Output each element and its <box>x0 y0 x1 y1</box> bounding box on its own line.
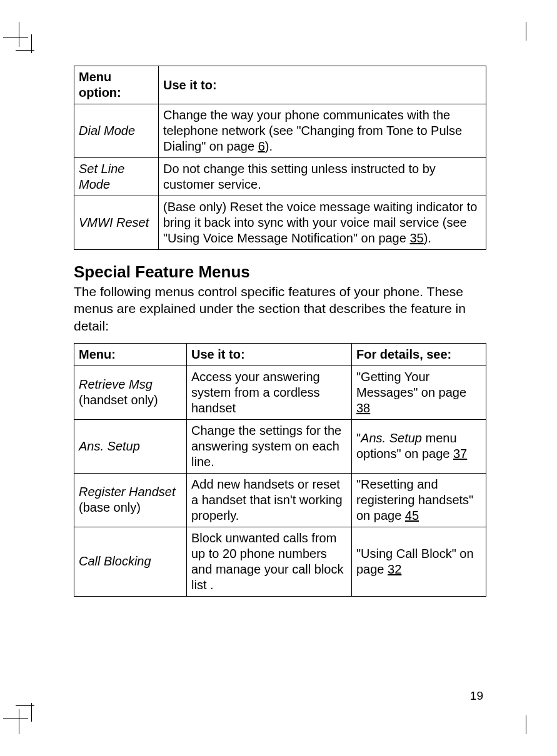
menu-option-name: Dial Mode <box>79 124 135 137</box>
menu-see-cell: "Ans. Setup menu options" on page 37 <box>352 419 486 473</box>
crop-mark-tl <box>3 22 34 53</box>
table-header-cell: For details, see: <box>352 343 486 366</box>
table-special-features: Menu: Use it to: For details, see: Retri… <box>74 343 486 597</box>
table-header-cell: Use it to: <box>159 66 486 104</box>
menu-use-cell: Block unwanted calls from up to 20 phone… <box>187 527 352 596</box>
table-header-cell: Use it to: <box>187 343 352 366</box>
section-heading: Special Feature Menus <box>74 262 486 282</box>
menu-option-desc: Do not change this setting unless instru… <box>159 158 486 196</box>
table-header-row: Menu option: Use it to: <box>74 66 486 104</box>
menu-name-cell: Call Blocking <box>74 527 187 596</box>
page-content: Menu option: Use it to: Dial Mode Change… <box>74 66 486 609</box>
menu-use-cell: Change the settings for the answering sy… <box>187 419 352 473</box>
table-row: Set Line Mode Do not change this setting… <box>74 158 486 196</box>
menu-option-name: Set Line Mode <box>79 162 124 191</box>
menu-option-desc: Change the way your phone communicates w… <box>159 104 486 158</box>
menu-see-cell: "Using Call Block" on page 32 <box>352 527 486 596</box>
table-menu-options: Menu option: Use it to: Dial Mode Change… <box>74 66 486 250</box>
table-row: Retrieve Msg (handset only) Access your … <box>74 366 486 419</box>
table-row: Call Blocking Block unwanted calls from … <box>74 527 486 596</box>
menu-option-desc: (Base only) Reset the voice message wait… <box>159 196 486 250</box>
crop-mark-tr <box>526 22 557 53</box>
menu-see-cell: "Getting Your Messages" on page 38 <box>352 366 486 419</box>
menu-see-cell: "Resetting and registering handsets" on … <box>352 473 486 527</box>
menu-use-cell: Access your answering system from a cord… <box>187 366 352 419</box>
table-row: Ans. Setup Change the settings for the a… <box>74 419 486 473</box>
menu-name-cell: Ans. Setup <box>74 419 187 473</box>
menu-option-name: VMWI Reset <box>79 216 149 229</box>
table-header-cell: Menu: <box>74 343 187 366</box>
table-row: VMWI Reset (Base only) Reset the voice m… <box>74 196 486 250</box>
menu-use-cell: Add new handsets or reset a handset that… <box>187 473 352 527</box>
table-header-row: Menu: Use it to: For details, see: <box>74 343 486 366</box>
table-row: Dial Mode Change the way your phone comm… <box>74 104 486 158</box>
menu-name-cell: Register Handset (base only) <box>74 473 187 527</box>
table-header-cell: Menu option: <box>74 66 159 104</box>
section-intro: The following menus control specific fea… <box>74 283 486 334</box>
page-number: 19 <box>470 689 483 703</box>
crop-mark-bl <box>3 703 34 734</box>
menu-name-cell: Retrieve Msg (handset only) <box>74 366 187 419</box>
table-row: Register Handset (base only) Add new han… <box>74 473 486 527</box>
crop-mark-br <box>526 703 557 734</box>
